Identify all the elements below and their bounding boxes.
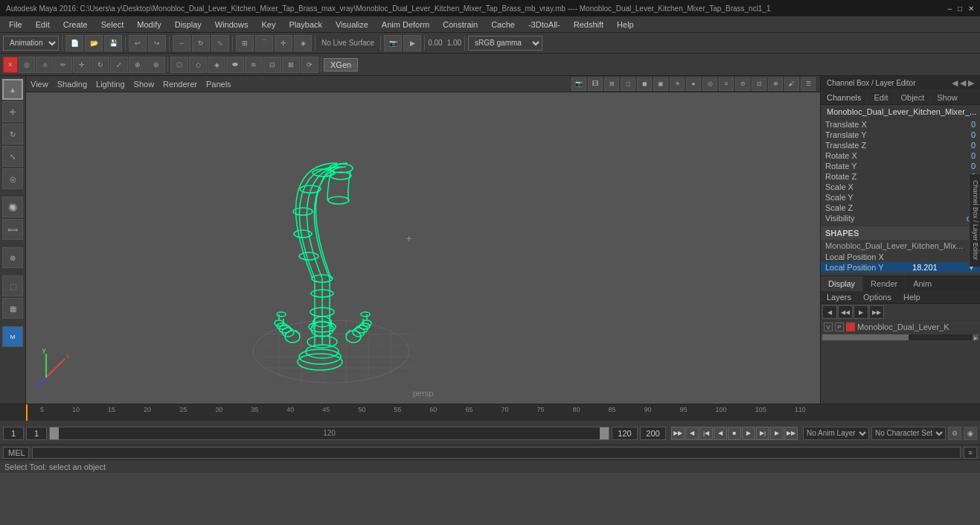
vp-wireframe-icon[interactable]: ◻	[621, 77, 635, 91]
channel-rotate-x[interactable]: Rotate X 0	[821, 150, 980, 161]
component-select-btn[interactable]: ▦	[2, 298, 23, 319]
snap-surface-icon[interactable]: ◈	[294, 35, 312, 51]
vp-menu-shading[interactable]: Shading	[57, 80, 87, 89]
close-btn[interactable]: ✕	[968, 4, 974, 13]
channel-visibility[interactable]: Visibility on	[821, 213, 980, 223]
step-fwd-btn[interactable]: ▶	[770, 427, 784, 440]
playback-options-icon[interactable]: ◉	[964, 427, 977, 440]
vp-light-icon[interactable]: ☀	[670, 77, 685, 91]
menu-anim-deform[interactable]: Anim Deform	[376, 19, 435, 31]
vp-texture-icon[interactable]: ▣	[653, 77, 668, 91]
save-file-icon[interactable]: 💾	[104, 35, 122, 51]
channel-scale-y[interactable]: Scale Y 1	[821, 192, 980, 203]
channel-translate-x[interactable]: Translate X 0	[821, 119, 980, 130]
vp-xray-icon[interactable]: ⊡	[752, 77, 766, 91]
play-btn-right[interactable]: ▶▶	[671, 427, 685, 440]
menu-help[interactable]: Help	[611, 19, 640, 31]
menu-file[interactable]: File	[3, 19, 28, 31]
menu-create[interactable]: Create	[57, 19, 94, 31]
universal-tool-btn[interactable]: ◎	[2, 168, 23, 189]
timeline-ruler[interactable]: 5101520253035404550556065707580859095100…	[0, 404, 980, 421]
scale-tool-btn[interactable]: ⤡	[2, 146, 23, 167]
region-select-btn[interactable]: ⬚	[2, 276, 23, 296]
tab-object[interactable]: Object	[894, 91, 931, 104]
tab-show[interactable]: Show	[931, 91, 964, 104]
animation-mode-dropdown[interactable]: Animation	[3, 36, 59, 51]
tab-edit[interactable]: Edit	[868, 91, 894, 104]
layers-scrollbar[interactable]: ▶	[822, 334, 979, 340]
prev-frame-btn[interactable]: |◀	[699, 427, 713, 440]
stop-btn[interactable]: ■	[728, 427, 741, 440]
frame-range-thumb-right[interactable]	[600, 427, 609, 439]
vp-paint-icon[interactable]: 🖌	[784, 77, 799, 91]
playback-settings-icon[interactable]: ⚙	[948, 427, 961, 440]
deform-icon[interactable]: ⬬	[226, 57, 244, 73]
select-tool-btn[interactable]: ▲	[2, 79, 23, 100]
undo-icon[interactable]: ↩	[129, 35, 147, 51]
menu-3dtoall[interactable]: -3DtoAll-	[522, 19, 566, 31]
soft-select-btn[interactable]: 🔘	[2, 197, 23, 217]
character-set-dropdown[interactable]: No Character Set	[871, 427, 946, 440]
vp-menu-view[interactable]: View	[31, 80, 48, 89]
menu-constrain[interactable]: Constrain	[437, 19, 484, 31]
move-icon[interactable]: ✛	[73, 57, 91, 73]
vp-shadow-icon[interactable]: ●	[686, 77, 701, 91]
snap-point-icon[interactable]: ✛	[275, 35, 292, 51]
layer-remove-icon[interactable]: ◀◀	[838, 305, 853, 319]
nurbs-icon[interactable]: ◇	[189, 57, 207, 73]
open-file-icon[interactable]: 📂	[85, 35, 103, 51]
channel-translate-z[interactable]: Translate Z 0	[821, 140, 980, 150]
layer-up-icon[interactable]: ▶	[854, 305, 868, 319]
layer-visibility-toggle[interactable]: V	[824, 322, 833, 331]
end-frame-input[interactable]	[612, 427, 638, 440]
vp-xrayjoint-icon[interactable]: ⊕	[768, 77, 783, 91]
vp-smooth-icon[interactable]: ◼	[637, 77, 652, 91]
anim-layer-dropdown[interactable]: No Anim Layer	[803, 427, 869, 440]
skin-icon[interactable]: ⊡	[263, 57, 281, 73]
vp-isolate-icon[interactable]: ⊘	[735, 77, 750, 91]
layer-playback-toggle[interactable]: P	[835, 322, 844, 331]
paint-icon[interactable]: ✏	[54, 57, 72, 73]
vp-motion-icon[interactable]: ≡	[719, 77, 734, 91]
vp-menu-panels[interactable]: Panels	[206, 80, 231, 89]
subtab-layers[interactable]: Layers	[821, 291, 857, 303]
play-back-btn[interactable]: ◀	[714, 427, 727, 440]
menu-display[interactable]: Display	[169, 19, 208, 31]
layer-add-icon[interactable]: ◀	[822, 305, 837, 319]
vp-hud-icon[interactable]: ☰	[801, 77, 816, 91]
vp-menu-renderer[interactable]: Renderer	[163, 80, 197, 89]
anim-icon[interactable]: ⟳	[301, 57, 318, 73]
tab-anim[interactable]: Anim	[906, 276, 939, 291]
new-file-icon[interactable]: 📄	[65, 35, 83, 51]
play-fwd-btn[interactable]: ▶	[742, 427, 755, 440]
last-frame-btn[interactable]: ▶▶	[784, 427, 798, 440]
xgen-tab-btn[interactable]: XGen	[324, 58, 358, 71]
render-icon[interactable]: ▶	[403, 35, 421, 51]
scale2-icon[interactable]: ⤢	[110, 57, 128, 73]
tab-render[interactable]: Render	[863, 276, 906, 291]
poly-icon[interactable]: ⬡	[170, 57, 188, 73]
menu-redshift[interactable]: Redshift	[568, 19, 609, 31]
subdiv-icon[interactable]: ◈	[208, 57, 225, 73]
tab-display[interactable]: Display	[821, 276, 863, 291]
rotate-tool-btn[interactable]: ↻	[2, 124, 23, 144]
channel-box-icons[interactable]: ◀ ◀ ▶	[952, 78, 974, 88]
tab-channels[interactable]: Channels	[821, 91, 868, 104]
menu-windows[interactable]: Windows	[209, 19, 254, 31]
start-frame-input[interactable]	[3, 427, 24, 440]
current-frame-input[interactable]	[26, 427, 47, 440]
lasso-icon[interactable]: ⌾	[36, 57, 54, 73]
channel-scale-z[interactable]: Scale Z 1	[821, 203, 980, 213]
sym-btn[interactable]: ⟺	[2, 219, 23, 240]
vp-menu-show[interactable]: Show	[134, 80, 155, 89]
command-mode-label[interactable]: MEL	[3, 447, 29, 459]
show-manipulator-btn[interactable]: ⊕	[2, 247, 23, 268]
menu-playback[interactable]: Playback	[283, 19, 328, 31]
menu-edit[interactable]: Edit	[30, 19, 56, 31]
menu-visualize[interactable]: Visualize	[330, 19, 374, 31]
vp-menu-lighting[interactable]: Lighting	[96, 80, 125, 89]
joint-icon[interactable]: ⊕	[129, 57, 147, 73]
menu-select[interactable]: Select	[95, 19, 130, 31]
xgen-tools-icon[interactable]: ≋	[245, 57, 263, 73]
snap-curve-icon[interactable]: ⌒	[255, 35, 273, 51]
